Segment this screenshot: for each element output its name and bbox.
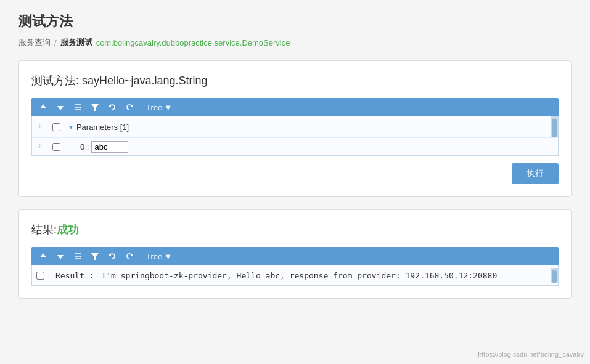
filter-button[interactable] [88, 100, 102, 114]
test-title-prefix: 测试方法: [31, 75, 82, 87]
svg-marker-1 [57, 106, 64, 110]
result-label: Result : [55, 271, 94, 280]
param-0-content: 0 : abc [63, 139, 551, 155]
parameters-row: ⠿ ▼ Parameters [1] [32, 116, 558, 138]
result-checkbox[interactable] [36, 272, 44, 280]
result-scrollbar[interactable] [551, 268, 558, 283]
result-status: 成功 [57, 224, 79, 236]
redo-button[interactable] [123, 100, 136, 114]
result-sort-button[interactable] [71, 249, 84, 263]
test-tree-table: ⠿ ▼ Parameters [1] ⠿ 0 : abc [31, 116, 559, 156]
result-move-down-button[interactable] [54, 249, 67, 263]
params-checkbox[interactable] [52, 123, 60, 131]
test-title-method: sayHello~java.lang.String [82, 75, 208, 87]
result-tree-table: Result : I'm springboot-zk-provider, Hel… [31, 265, 559, 286]
result-redo-button[interactable] [123, 249, 136, 263]
param-0-index: 0 : [80, 142, 89, 152]
row-handle-0: ⠿ [32, 138, 49, 155]
breadcrumb-separator: / [54, 38, 57, 47]
result-filter-button[interactable] [88, 249, 102, 263]
undo-button[interactable] [105, 100, 119, 114]
page-title: 测试方法 [18, 12, 572, 31]
result-value: I'm springboot-zk-provider, Hello abc, r… [101, 271, 497, 280]
param-0-checkbox[interactable] [52, 143, 60, 151]
result-card: 结果:成功 [18, 209, 572, 299]
move-up-button[interactable] [36, 100, 50, 114]
params-toggle[interactable]: ▼ [68, 124, 74, 131]
test-card: 测试方法: sayHello~java.lang.String [18, 60, 572, 197]
breadcrumb-service-test: 服务测试 [60, 37, 92, 48]
svg-marker-9 [40, 253, 46, 257]
result-checkbox-cell[interactable] [32, 272, 49, 280]
result-move-up-button[interactable] [36, 249, 50, 263]
result-toolbar: Tree ▼ [31, 247, 559, 265]
execute-button[interactable]: 执行 [512, 163, 559, 184]
result-row-content: Result : I'm springboot-zk-provider, Hel… [49, 267, 551, 284]
move-down-button[interactable] [54, 100, 67, 114]
svg-marker-0 [40, 104, 46, 108]
params-content: ▼ Parameters [1] [63, 120, 551, 134]
result-tree-dropdown-button[interactable]: Tree ▼ [142, 251, 176, 262]
param-0-row: ⠿ 0 : abc [32, 138, 558, 155]
breadcrumb: 服务查询 / 服务测试 com.bolingcavalry.dubbopract… [18, 37, 572, 48]
breadcrumb-service-query: 服务查询 [18, 37, 51, 48]
tree-dropdown-button[interactable]: Tree ▼ [142, 102, 176, 113]
tree-dropdown-label: Tree [146, 103, 162, 112]
row-handle-params: ⠿ [32, 118, 49, 135]
tree-dropdown-arrow: ▼ [164, 103, 172, 112]
sort-button[interactable] [71, 100, 84, 114]
params-checkbox-cell[interactable] [49, 123, 63, 131]
result-tree-dropdown-label: Tree [146, 252, 162, 261]
breadcrumb-service-link[interactable]: com.bolingcavalry.dubbopractice.service.… [96, 38, 290, 47]
test-toolbar: Tree ▼ [31, 98, 559, 116]
result-title-prefix: 结果: [31, 224, 57, 236]
test-card-title: 测试方法: sayHello~java.lang.String [31, 73, 559, 88]
result-tree-dropdown-arrow: ▼ [164, 252, 172, 261]
svg-marker-10 [57, 255, 64, 259]
param-0-value[interactable]: abc [91, 141, 128, 153]
watermark: https://blog.csdn.net/boling_cavalry [478, 350, 584, 358]
result-undo-button[interactable] [105, 249, 119, 263]
params-label: Parameters [1] [76, 123, 129, 132]
svg-marker-6 [91, 104, 99, 111]
scrollbar[interactable] [551, 116, 558, 137]
execute-row: 执行 [31, 163, 559, 184]
result-card-title: 结果:成功 [31, 222, 559, 237]
result-data-row: Result : I'm springboot-zk-provider, Hel… [32, 265, 558, 285]
svg-marker-15 [91, 253, 99, 260]
param-0-checkbox-cell[interactable] [49, 143, 63, 151]
